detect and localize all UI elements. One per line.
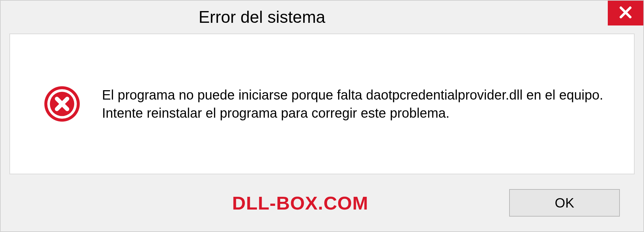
close-button[interactable] bbox=[608, 1, 643, 25]
watermark-text: DLL-BOX.COM bbox=[232, 192, 368, 214]
titlebar: Error del sistema bbox=[1, 1, 643, 34]
content-panel: El programa no puede iniciarse porque fa… bbox=[9, 34, 635, 174]
error-icon bbox=[44, 85, 80, 122]
close-icon bbox=[619, 5, 633, 21]
ok-button[interactable]: OK bbox=[509, 189, 620, 217]
footer: DLL-BOX.COM OK bbox=[1, 174, 643, 231]
error-message: El programa no puede iniciarse porque fa… bbox=[102, 86, 605, 122]
dialog-title: Error del sistema bbox=[199, 7, 325, 27]
